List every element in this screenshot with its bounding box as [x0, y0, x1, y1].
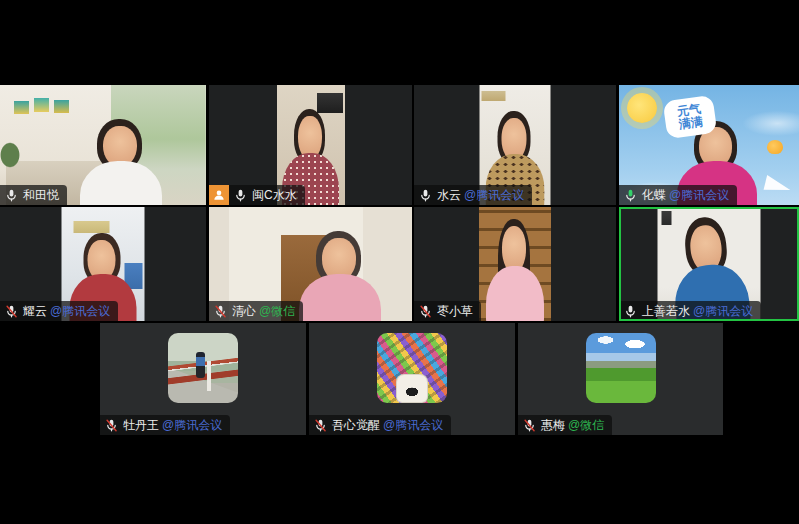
participant-tile-wuxin[interactable]: 吾心觉醒@腾讯会议 — [309, 323, 515, 435]
person-torso — [486, 266, 543, 321]
mic-muted-icon — [5, 305, 18, 318]
participant-tile-mudan[interactable]: 牡丹王@腾讯会议 — [100, 323, 306, 435]
participant-name: 清心 — [232, 303, 256, 320]
name-label: 枣小草 — [414, 301, 481, 321]
name-label: 耀云@腾讯会议 — [0, 301, 118, 321]
mic-muted-icon — [419, 305, 432, 318]
mic-icon — [234, 189, 247, 202]
host-person-icon — [209, 185, 229, 205]
participant-tile-qingxin[interactable]: 清心@微信 — [209, 207, 412, 321]
name-label: 化蝶@腾讯会议 — [619, 185, 737, 205]
mic-speaking-icon — [624, 189, 637, 202]
platform-suffix: @腾讯会议 — [50, 303, 110, 320]
wuxin-avatar-image — [377, 333, 447, 403]
name-label: 吾心觉醒@腾讯会议 — [309, 415, 451, 435]
name-label: 牡丹王@腾讯会议 — [100, 415, 230, 435]
mic-icon — [624, 305, 637, 318]
mic-muted-icon — [523, 419, 536, 432]
participant-tile-huadie[interactable]: 元气满满化蝶@腾讯会议 — [619, 85, 799, 205]
platform-suffix: @腾讯会议 — [162, 417, 222, 434]
name-label: 和田悦 — [0, 185, 67, 205]
name-label: 水云@腾讯会议 — [414, 185, 532, 205]
platform-suffix: @腾讯会议 — [383, 417, 443, 434]
participant-name: 吾心觉醒 — [332, 417, 380, 434]
participant-tile-minc[interactable]: 闽C水水 — [209, 85, 412, 205]
participant-name: 和田悦 — [23, 187, 59, 204]
participant-name: 惠梅 — [541, 417, 565, 434]
mic-icon — [419, 189, 432, 202]
participant-tile-hetianyue[interactable]: 和田悦 — [0, 85, 206, 205]
mic-muted-icon — [314, 419, 327, 432]
person-torso — [299, 274, 381, 321]
participant-tile-shangshan[interactable]: 上善若水@腾讯会议 — [619, 207, 799, 321]
huimei-avatar-image — [586, 333, 656, 403]
name-label: 闽C水水 — [209, 185, 305, 205]
mic-icon — [5, 189, 18, 202]
person-figure — [88, 119, 154, 205]
name-label: 清心@微信 — [209, 301, 303, 321]
meeting-window: 和田悦闽C水水水云@腾讯会议元气满满化蝶@腾讯会议耀云@腾讯会议清心@微信枣小草… — [0, 0, 799, 524]
paper-plane-icon — [764, 175, 793, 196]
participant-name: 水云 — [437, 187, 461, 204]
platform-suffix: @微信 — [259, 303, 295, 320]
platform-suffix: @腾讯会议 — [464, 187, 524, 204]
person-figure — [492, 219, 538, 321]
video-feed-zaocao — [479, 207, 551, 321]
person-torso — [80, 161, 162, 205]
name-label: 惠梅@微信 — [518, 415, 612, 435]
cloud-banner-text: 元气满满 — [663, 95, 718, 140]
sun-icon — [627, 93, 657, 123]
participant-name: 耀云 — [23, 303, 47, 320]
mudan-avatar-image — [168, 333, 238, 403]
participant-name: 牡丹王 — [123, 417, 159, 434]
participant-tile-shuiyun[interactable]: 水云@腾讯会议 — [414, 85, 616, 205]
participant-tile-huimei[interactable]: 惠梅@微信 — [518, 323, 723, 435]
name-label: 上善若水@腾讯会议 — [619, 301, 761, 321]
platform-suffix: @腾讯会议 — [669, 187, 729, 204]
chick-icon — [767, 140, 783, 154]
person-figure — [307, 231, 373, 321]
participant-name: 枣小草 — [437, 303, 473, 320]
participant-name: 上善若水 — [642, 303, 690, 320]
participant-tile-zaocao[interactable]: 枣小草 — [414, 207, 616, 321]
mic-muted-icon — [105, 419, 118, 432]
participant-name: 闽C水水 — [252, 187, 297, 204]
platform-suffix: @微信 — [568, 417, 604, 434]
mic-muted-icon — [214, 305, 227, 318]
participant-name: 化蝶 — [642, 187, 666, 204]
platform-suffix: @腾讯会议 — [693, 303, 753, 320]
participant-tile-yaoyun[interactable]: 耀云@腾讯会议 — [0, 207, 206, 321]
participant-grid: 和田悦闽C水水水云@腾讯会议元气满满化蝶@腾讯会议耀云@腾讯会议清心@微信枣小草… — [0, 0, 799, 524]
